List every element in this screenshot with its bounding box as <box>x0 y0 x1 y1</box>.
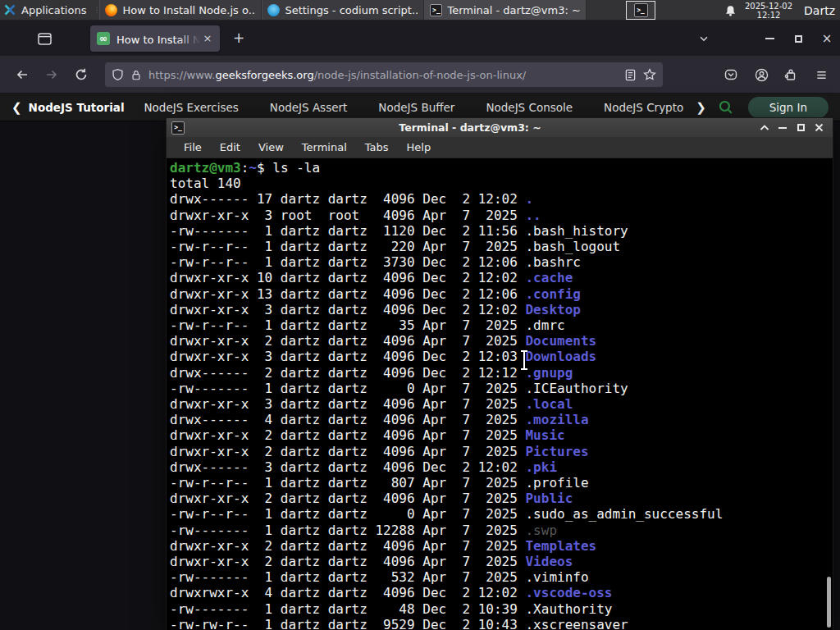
geeksforgeeks-favicon-icon: ∞ <box>97 32 110 45</box>
tray-terminal-indicator[interactable]: >_ <box>626 1 655 20</box>
terminal-line: drwxr-xr-x 3 dartz dartz 4096 Apr 7 2025… <box>170 396 833 412</box>
terminal-line: -rw------- 1 dartz dartz 532 Apr 7 2025 … <box>170 569 833 585</box>
terminal-line: -rw------- 1 dartz dartz 0 Apr 7 2025 .I… <box>170 381 833 396</box>
forward-icon[interactable] <box>41 65 62 84</box>
terminal-line: -rw-r--r-- 1 dartz dartz 220 Apr 7 2025 … <box>170 239 833 254</box>
nav-item-nodejs-tutorial[interactable]: NodeJS Tutorial <box>29 101 125 114</box>
terminal-menu-edit[interactable]: Edit <box>211 139 249 156</box>
extensions-icon[interactable] <box>780 65 801 84</box>
terminal-menubar: FileEditViewTerminalTabsHelp <box>167 137 833 158</box>
top-panel: Applications ⋮ How to Install Node.js o.… <box>0 0 840 21</box>
window-maximize-button[interactable] <box>788 29 809 48</box>
terminal-line: -rw-r--r-- 1 dartz dartz 0 Apr 7 2025 .s… <box>170 506 833 522</box>
terminal-line: drwxr-xr-x 2 dartz dartz 4096 Apr 7 2025… <box>170 491 833 506</box>
applications-menu-button[interactable]: Applications <box>0 0 93 20</box>
lock-icon[interactable] <box>130 69 142 81</box>
terminal-output[interactable]: dartz@vm3:~$ ls -latotal 140drwx------ 1… <box>167 158 833 630</box>
nav-item-nodejs-console[interactable]: NodeJS Console <box>486 101 573 114</box>
terminal-icon: >_ <box>171 121 185 135</box>
window-close-button[interactable]: × <box>816 29 838 48</box>
terminal-menu-view[interactable]: View <box>249 139 293 156</box>
clock-time: 12:12 <box>745 11 792 20</box>
terminal-title: Terminal - dartz@vm3: ~ <box>185 121 756 134</box>
bookmark-star-icon[interactable] <box>643 68 656 81</box>
pocket-icon[interactable] <box>720 65 742 84</box>
taskbar-window-buttons: How to Install Node.js o...Settings - co… <box>99 0 587 20</box>
terminal-scrollbar-thumb[interactable] <box>827 577 831 628</box>
terminal-close-icon[interactable] <box>810 121 828 135</box>
terminal-minimize-icon[interactable] <box>774 121 792 135</box>
firefox-icon <box>105 4 117 16</box>
panel-clock[interactable]: 2025-12-02 12:12 <box>745 2 792 20</box>
terminal-line: -rw-r--r-- 1 dartz dartz 807 Apr 7 2025 … <box>170 475 833 491</box>
terminal-line: drwxr-xr-x 2 dartz dartz 4096 Apr 7 2025… <box>170 538 833 554</box>
window-minimize-button[interactable] <box>759 29 780 48</box>
applications-icon <box>3 3 16 16</box>
terminal-line: drwxr-xr-x 3 dartz dartz 4096 Dec 2 12:0… <box>170 302 833 317</box>
terminal-line: -rw------- 1 dartz dartz 12288 Apr 7 202… <box>170 523 833 538</box>
terminal-line: drwxr-xr-x 2 dartz dartz 4096 Apr 7 2025… <box>170 427 833 443</box>
panel-handle: ⋮ <box>93 0 99 20</box>
nav-scroll-right-chevron-icon[interactable]: ❯ <box>696 100 706 115</box>
terminal-titlebar[interactable]: >_ Terminal - dartz@vm3: ~ <box>167 118 833 137</box>
taskbar-button-terminal[interactable]: >_Terminal - dartz@vm3: ~ <box>424 0 587 20</box>
browser-toolbar: https://www.geeksforgeeks.org/node-js/in… <box>0 56 840 94</box>
notification-bell-icon[interactable] <box>724 4 737 17</box>
terminal-line: drwx------ 2 dartz dartz 4096 Dec 2 12:1… <box>170 365 833 381</box>
taskbar-button-firefox[interactable]: How to Install Node.js o... <box>99 0 262 20</box>
terminal-line: drwx------ 17 dartz dartz 4096 Dec 2 12:… <box>170 191 833 207</box>
sign-in-button[interactable]: Sign In <box>748 97 829 118</box>
terminal-icon: >_ <box>634 3 648 17</box>
nav-scroll-left-chevron-icon[interactable]: ❮ <box>0 100 29 115</box>
nav-item-nodejs-crypto[interactable]: NodeJS Crypto <box>604 101 683 114</box>
terminal-line: drwxr-xr-x 3 dartz dartz 4096 Dec 2 12:0… <box>170 349 833 364</box>
terminal-line: -rw-r--r-- 1 dartz dartz 3730 Dec 2 12:0… <box>170 254 833 270</box>
terminal-icon: >_ <box>430 4 442 16</box>
search-icon[interactable] <box>718 99 733 115</box>
terminal-menu-help[interactable]: Help <box>398 139 441 156</box>
back-icon[interactable] <box>11 65 33 84</box>
new-tab-button[interactable]: + <box>228 29 249 48</box>
hamburger-menu-icon[interactable] <box>810 65 832 84</box>
firefox-view-icon[interactable] <box>33 29 56 48</box>
terminal-line: dartz@vm3:~$ ls -la <box>170 160 833 176</box>
taskbar-button-codium[interactable]: Settings - codium script... <box>262 0 424 20</box>
browser-tab-bar: ∞ How to Install Node.js on × + × <box>0 21 840 56</box>
terminal-line: -rw-rw-r-- 1 dartz dartz 9529 Dec 2 10:4… <box>170 617 833 630</box>
nav-item-nodejs-buffer[interactable]: NodeJS Buffer <box>378 101 454 114</box>
reader-mode-icon[interactable] <box>624 69 637 81</box>
clock-date: 2025-12-02 <box>745 2 792 11</box>
codium-icon <box>267 4 280 16</box>
taskbar-button-label: Settings - codium script... <box>285 4 418 16</box>
terminal-line: drwxr-xr-x 10 dartz dartz 4096 Dec 2 12:… <box>170 270 833 285</box>
url-bar[interactable]: https://www.geeksforgeeks.org/node-js/in… <box>105 62 663 87</box>
terminal-line: drwxr-xr-x 13 dartz dartz 4096 Dec 2 12:… <box>170 286 833 302</box>
terminal-line: -rw-r--r-- 1 dartz dartz 35 Apr 7 2025 .… <box>170 317 833 333</box>
nav-item-nodejs-assert[interactable]: NodeJS Assert <box>270 101 348 114</box>
terminal-line: drwxr-xr-x 3 root root 4096 Apr 7 2025 .… <box>170 208 833 223</box>
terminal-line: drwxr-xr-x 2 dartz dartz 4096 Apr 7 2025… <box>170 444 833 459</box>
terminal-maximize-icon[interactable] <box>792 121 810 135</box>
list-all-tabs-chevron-icon[interactable] <box>693 29 714 48</box>
active-tab[interactable]: ∞ How to Install Node.js on × <box>90 25 220 52</box>
terminal-window: >_ Terminal - dartz@vm3: ~ FileEditViewT… <box>166 117 833 630</box>
terminal-menu-terminal[interactable]: Terminal <box>293 139 356 156</box>
reload-icon[interactable] <box>71 65 92 84</box>
terminal-line: drwxr-xr-x 2 dartz dartz 4096 Apr 7 2025… <box>170 333 833 349</box>
terminal-menu-file[interactable]: File <box>175 139 211 156</box>
account-icon[interactable] <box>751 65 772 84</box>
panel-status-area: 2025-12-02 12:12 Dartz <box>724 0 840 21</box>
tab-close-icon[interactable]: × <box>200 31 215 46</box>
terminal-rollup-icon[interactable] <box>756 121 774 135</box>
terminal-line: drwxr-xr-x 2 dartz dartz 4096 Apr 7 2025… <box>170 554 833 569</box>
taskbar-button-label: Terminal - dartz@vm3: ~ <box>447 4 580 16</box>
terminal-line: total 140 <box>170 176 833 191</box>
terminal-line: drwx------ 3 dartz dartz 4096 Dec 2 12:0… <box>170 459 833 475</box>
panel-username: Dartz <box>801 4 835 17</box>
url-text: https://www.geeksforgeeks.org/node-js/in… <box>148 69 618 81</box>
terminal-menu-tabs[interactable]: Tabs <box>356 139 398 156</box>
site-nav-items: NodeJS TutorialNodeJS ExercisesNodeJS As… <box>29 101 696 114</box>
tracking-protection-shield-icon[interactable] <box>112 68 124 81</box>
nav-item-nodejs-exercises[interactable]: NodeJS Exercises <box>144 101 239 114</box>
terminal-line: -rw------- 1 dartz dartz 1120 Dec 2 11:5… <box>170 223 833 239</box>
